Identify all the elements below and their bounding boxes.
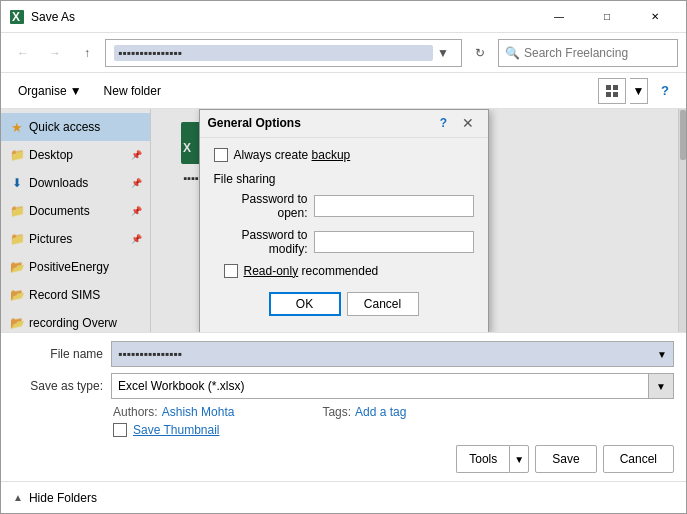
window-controls: — □ ✕ (536, 1, 678, 33)
modal-close-button[interactable]: ✕ (456, 111, 480, 135)
modal-overlay: General Options ? ✕ Always create backup… (1, 109, 686, 332)
modal-body: Always create backup File sharing Passwo… (200, 138, 488, 332)
organise-button[interactable]: Organise ▼ (9, 78, 91, 104)
minimize-button[interactable]: — (536, 1, 582, 33)
save-type-select[interactable]: Excel Workbook (*.xlsx) (111, 373, 674, 399)
tags-label: Tags: (322, 405, 351, 419)
svg-text:X: X (12, 10, 20, 24)
cancel-button[interactable]: Cancel (603, 445, 674, 473)
backup-underline: backup (312, 148, 351, 162)
svg-rect-4 (606, 92, 611, 97)
svg-rect-5 (613, 92, 618, 97)
always-backup-row: Always create backup (214, 148, 474, 162)
file-sharing-label: File sharing (214, 172, 474, 186)
title-bar: X Save As — □ ✕ (1, 1, 686, 33)
up-button[interactable]: ↑ (73, 39, 101, 67)
readonly-row: Read-only recommended (214, 264, 474, 278)
always-backup-label: Always create backup (234, 148, 351, 162)
address-dropdown-arrow[interactable]: ▼ (433, 39, 453, 67)
tools-wrap: Tools ▼ Save Cancel (456, 445, 674, 473)
bottom-section: File name ▪▪▪▪▪▪▪▪▪▪▪▪▪▪▪ ▼ Save as type… (1, 332, 686, 481)
password-open-row: Password to open: (214, 192, 474, 220)
hide-folders-label: Hide Folders (29, 491, 97, 505)
always-backup-checkbox[interactable] (214, 148, 228, 162)
save-button[interactable]: Save (535, 445, 596, 473)
thumbnail-checkbox[interactable] (113, 423, 127, 437)
svg-rect-3 (613, 85, 618, 90)
new-folder-button[interactable]: New folder (95, 78, 170, 104)
main-content: ★ Quick access 📁 Desktop 📌 ⬇ Downloads 📌… (1, 109, 686, 332)
forward-button[interactable]: → (41, 39, 69, 67)
save-type-select-wrap: Excel Workbook (*.xlsx) ▼ (111, 373, 674, 399)
modal-ok-button[interactable]: OK (269, 292, 341, 316)
file-name-value: ▪▪▪▪▪▪▪▪▪▪▪▪▪▪▪ (118, 347, 182, 361)
tools-button-group: Tools ▼ (456, 445, 529, 473)
password-open-input[interactable] (314, 195, 474, 217)
modal-title-bar: General Options ? ✕ (200, 110, 488, 138)
hide-triangle-icon: ▲ (13, 492, 23, 503)
save-type-label: Save as type: (13, 379, 103, 393)
address-text: ▪▪▪▪▪▪▪▪▪▪▪▪▪▪▪ (114, 45, 433, 61)
modal-cancel-button[interactable]: Cancel (347, 292, 419, 316)
search-icon: 🔍 (505, 46, 520, 60)
toolbar-row: Organise ▼ New folder ▼ ? (1, 73, 686, 109)
modal-buttons: OK Cancel (214, 288, 474, 322)
meta-row: Authors: Ashish Mohta Tags: Add a tag (13, 405, 674, 419)
view-dropdown-button[interactable]: ▼ (630, 78, 648, 104)
modal-title: General Options (208, 116, 432, 130)
address-box[interactable]: ▪▪▪▪▪▪▪▪▪▪▪▪▪▪▪ ▼ (105, 39, 462, 67)
close-button[interactable]: ✕ (632, 1, 678, 33)
password-open-label: Password to open: (214, 192, 308, 220)
search-box[interactable]: 🔍 (498, 39, 678, 67)
save-type-row: Save as type: Excel Workbook (*.xlsx) ▼ (13, 373, 674, 399)
help-button[interactable]: ? (652, 78, 678, 104)
organise-dropdown-icon: ▼ (70, 84, 82, 98)
address-bar-row: ← → ↑ ▪▪▪▪▪▪▪▪▪▪▪▪▪▪▪ ▼ ↻ 🔍 (1, 33, 686, 73)
readonly-checkbox[interactable] (224, 264, 238, 278)
authors-value[interactable]: Ashish Mohta (162, 405, 235, 419)
password-modify-input[interactable] (314, 231, 474, 253)
thumbnail-row: Save Thumbnail (13, 423, 674, 437)
readonly-underline: Read-only (244, 264, 299, 278)
tools-dropdown-arrow[interactable]: ▼ (509, 445, 529, 473)
thumbnail-label[interactable]: Save Thumbnail (133, 423, 220, 437)
authors-label: Authors: (113, 405, 158, 419)
tags-value[interactable]: Add a tag (355, 405, 406, 419)
svg-rect-2 (606, 85, 611, 90)
refresh-button[interactable]: ↻ (466, 39, 494, 67)
new-folder-label: New folder (104, 84, 161, 98)
organise-label: Organise (18, 84, 67, 98)
general-options-dialog: General Options ? ✕ Always create backup… (199, 109, 489, 332)
dialog-title: Save As (31, 10, 536, 24)
file-name-label: File name (13, 347, 103, 361)
password-modify-row: Password to modify: (214, 228, 474, 256)
back-button[interactable]: ← (9, 39, 37, 67)
save-type-dropdown-arrow[interactable]: ▼ (648, 373, 674, 399)
hide-folders-row[interactable]: ▲ Hide Folders (1, 481, 686, 513)
save-as-dialog: X Save As — □ ✕ ← → ↑ ▪▪▪▪▪▪▪▪▪▪▪▪▪▪▪ ▼ … (0, 0, 687, 514)
view-button[interactable] (598, 78, 626, 104)
file-name-row: File name ▪▪▪▪▪▪▪▪▪▪▪▪▪▪▪ ▼ (13, 341, 674, 367)
app-icon: X (9, 9, 25, 25)
action-row: Tools ▼ Save Cancel (13, 445, 674, 473)
maximize-button[interactable]: □ (584, 1, 630, 33)
tools-button[interactable]: Tools (456, 445, 509, 473)
filename-dropdown-icon[interactable]: ▼ (657, 349, 667, 360)
search-input[interactable] (524, 46, 674, 60)
password-modify-label: Password to modify: (214, 228, 308, 256)
modal-help-button[interactable]: ? (432, 111, 456, 135)
readonly-label: Read-only recommended (244, 264, 379, 278)
